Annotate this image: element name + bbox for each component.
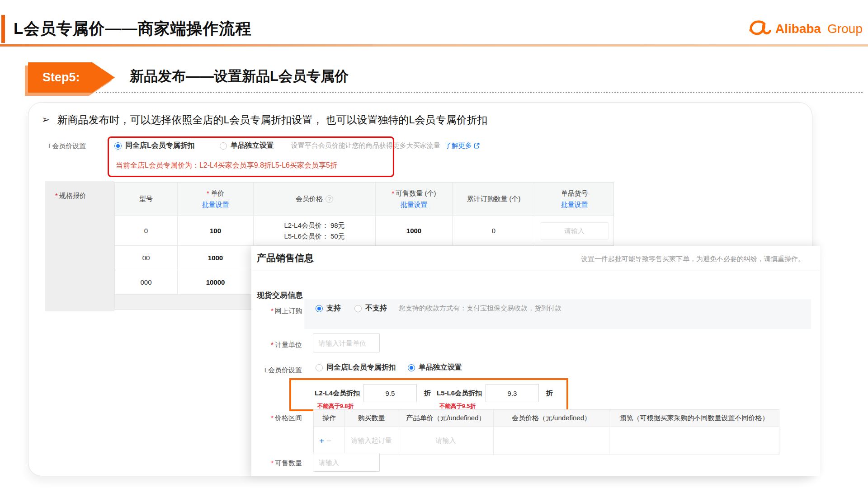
- batch-set-sku-link[interactable]: 批量设置: [561, 201, 588, 209]
- radio-single-setting-selected-icon[interactable]: [408, 364, 415, 371]
- batch-set-price-link[interactable]: 批量设置: [202, 201, 229, 209]
- current-store-discount-caption: 当前全店L会员专属价为：L2-L4买家会员享9.8折L5-L6买家会员享5折: [116, 161, 337, 170]
- header-divider-line: [0, 44, 868, 47]
- col-header-model: 型号: [115, 183, 178, 216]
- panel-divider: [251, 271, 820, 271]
- radio-store-discount-label[interactable]: 同全店L会员专属折扣: [326, 363, 396, 372]
- col-header-sellable-qty: *可售数量 (个) 批量设置: [376, 183, 453, 216]
- step-badge-label: Step5:: [42, 70, 80, 84]
- col-header-accumulated-orders: 累计订购数量 (个): [453, 183, 535, 216]
- col-header-member-price: 会员价格（元/undefined）: [494, 410, 609, 427]
- l5l6-unit-label: 折: [546, 389, 553, 398]
- min-order-qty-input[interactable]: 请输入起订量: [345, 427, 398, 455]
- member-price-setting-label: L会员价设置: [48, 142, 86, 150]
- table-row-cell-sku: [535, 216, 613, 246]
- logo-suffix-text: Group: [827, 22, 863, 36]
- col-header-sku: 单品货号 批量设置: [535, 183, 613, 216]
- header-accent-bar: [1, 15, 5, 43]
- l2l4-discount-label: L2-L4会员折扣: [315, 389, 360, 398]
- operation-cell: + −: [314, 427, 345, 455]
- alibaba-swirl-icon: [748, 19, 772, 39]
- help-icon[interactable]: ?: [326, 195, 333, 203]
- col-header-member-price: 会员价格 ?: [254, 183, 376, 216]
- alibaba-logo: Alibaba Group: [748, 19, 863, 39]
- member-setting-radio-row: 同全店L会员专属折扣 单品独立设置: [316, 363, 462, 372]
- l2l4-discount-input[interactable]: [363, 384, 417, 402]
- table-row-cell-model: 000: [115, 270, 178, 295]
- table-row-cell-qty: 1000: [376, 216, 453, 246]
- member-price-cell: [494, 427, 609, 455]
- col-header-operation: 操作: [314, 410, 345, 427]
- radio-support-label[interactable]: 支持: [326, 304, 341, 313]
- add-row-button[interactable]: +: [319, 436, 324, 446]
- min-batch-warning: 设置一件起批可能导致零售买家下单，为避免不必要的纠纷，请慎重操作。: [581, 255, 805, 263]
- step-title: 新品发布——设置新品L会员专属价: [130, 67, 349, 86]
- table-row-cell-price: 10000: [178, 270, 254, 295]
- price-range-label: *价格区间: [251, 414, 302, 422]
- table-row-cell-model: 00: [115, 246, 178, 270]
- payment-methods-hint: 您支持的收款方式有：支付宝担保交易收款，货到付款: [399, 304, 561, 313]
- l5l6-discount-label: L5-L6会员折扣: [437, 389, 482, 398]
- col-header-product-unit-price: 产品单价（元/undefined）: [398, 410, 494, 427]
- remove-row-button[interactable]: −: [326, 436, 331, 446]
- radio-single-setting-icon[interactable]: [220, 142, 227, 150]
- orange-highlight-annotation-box: L2-L4会员折扣 折 L5-L6会员折扣 折 不能高于9.8折 不能高于9.5…: [289, 378, 568, 411]
- radio-no-support-icon[interactable]: [354, 305, 362, 312]
- radio-no-support-label[interactable]: 不支持: [365, 304, 387, 313]
- step-badge-shape: Step5:: [28, 62, 115, 93]
- price-range-table: 操作 购买数量 产品单价（元/undefined） 会员价格（元/undefin…: [313, 409, 779, 455]
- bullet-arrow-icon: ➢: [42, 114, 50, 126]
- table-row-cell-price: 1000: [178, 246, 254, 270]
- required-mark: *: [55, 192, 58, 199]
- page-title: L会员专属价——商家端操作流程: [14, 18, 251, 39]
- member-price-setting-label: L会员价设置: [251, 366, 302, 375]
- step-dotted-line: [96, 92, 863, 93]
- table-row-cell-price: 100: [178, 216, 254, 246]
- l5l6-discount-input[interactable]: [486, 384, 539, 402]
- batch-set-qty-link[interactable]: 批量设置: [401, 201, 428, 209]
- radio-single-setting-label[interactable]: 单品独立设置: [231, 141, 274, 150]
- l2l4-unit-label: 折: [424, 389, 431, 398]
- radio-support-selected-icon[interactable]: [316, 305, 323, 312]
- intro-bullet-text: 新商品发布时，可以选择依照全店的L会员专属折扣设置， 也可以设置独特的L会员专属…: [57, 113, 487, 127]
- intro-bullet-row: ➢ 新商品发布时，可以选择依照全店的L会员专属折扣设置， 也可以设置独特的L会员…: [42, 113, 487, 127]
- online-order-label: *网上订购: [251, 307, 302, 315]
- col-header-unit-price: *单价 批量设置: [178, 183, 254, 216]
- external-link-icon: [473, 142, 480, 149]
- member-price-hint: 设置平台会员价能让您的商品获得更多大买家流量: [291, 141, 440, 150]
- radio-single-setting-label[interactable]: 单品独立设置: [419, 363, 462, 372]
- required-mark: *: [392, 189, 394, 197]
- radio-store-discount-icon[interactable]: [316, 364, 323, 371]
- product-sales-info-panel: 产品销售信息 设置一件起批可能导致零售买家下单，为避免不必要的纠纷，请慎重操作。…: [251, 246, 820, 476]
- measure-unit-label: *计量单位: [251, 341, 302, 349]
- sellable-qty-label: *可售数量: [251, 459, 302, 468]
- measure-unit-input[interactable]: [313, 333, 380, 352]
- col-header-purchase-qty: 购买数量: [345, 410, 398, 427]
- sellable-qty-input[interactable]: [313, 453, 380, 472]
- step-badge: Step5:: [28, 62, 115, 93]
- online-order-radio-row: 支持 不支持 您支持的收款方式有：支付宝担保交易收款，货到付款: [316, 304, 561, 313]
- sku-input[interactable]: [541, 222, 609, 239]
- table-row-cell-accum: 0: [453, 216, 535, 246]
- panel-title: 产品销售信息: [257, 252, 314, 264]
- col-header-preview: 预览（可根据买家采购的不同数量设置不同价格）: [609, 410, 779, 427]
- table-row-cell-model: 0: [115, 216, 178, 246]
- logo-brand-text: Alibaba: [775, 22, 821, 36]
- learn-more-link[interactable]: 了解更多: [445, 141, 472, 150]
- preview-cell: [609, 427, 779, 455]
- radio-store-discount-selected-icon[interactable]: [114, 142, 122, 150]
- required-mark: *: [207, 189, 209, 197]
- radio-store-discount-label[interactable]: 同全店L会员专属折扣: [125, 141, 195, 150]
- unit-price-input[interactable]: 请输入: [398, 427, 494, 455]
- spec-quote-label: *规格报价: [55, 192, 86, 200]
- form-label-gutter: [45, 181, 114, 311]
- member-price-radio-row: 同全店L会员专属折扣 单品独立设置 设置平台会员价能让您的商品获得更多大买家流量…: [114, 141, 480, 150]
- spot-trade-section-title: 现货交易信息: [257, 290, 303, 300]
- table-row-cell-member-price: L2-L4会员价： 98元 L5-L6会员价： 50元: [254, 216, 376, 246]
